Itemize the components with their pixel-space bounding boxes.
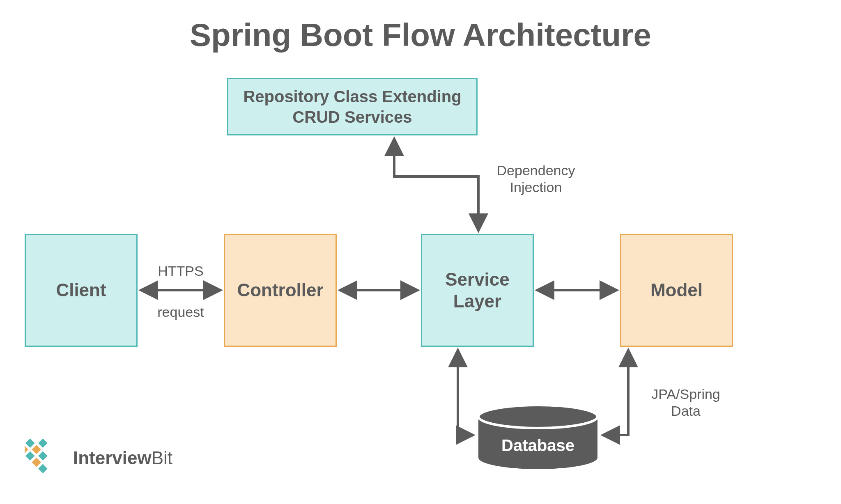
label-https: HTTPS [152, 263, 209, 279]
logo-brand-light: Bit [152, 448, 172, 468]
logo-brand-bold: Interview [73, 448, 152, 468]
svg-rect-8 [25, 451, 35, 460]
page-title: Spring Boot Flow Architecture [0, 16, 841, 54]
svg-rect-7 [38, 451, 48, 460]
label-dependency-injection: Dependency Injection [489, 162, 583, 196]
arrow-repo-service [394, 140, 478, 230]
svg-rect-10 [32, 458, 41, 467]
database-cylinder: Database [476, 404, 600, 470]
logo-icon [25, 437, 66, 479]
arrow-database-model [604, 351, 628, 435]
svg-rect-12 [38, 464, 48, 474]
svg-rect-5 [32, 445, 41, 454]
svg-rect-4 [38, 438, 48, 448]
label-request: request [152, 304, 209, 321]
logo: InterviewBit [25, 437, 172, 479]
arrow-service-database [458, 351, 472, 435]
box-repository: Repository Class Extending CRUD Services [227, 78, 478, 135]
label-jpa-spring-data: JPA/Spring Data [641, 386, 731, 419]
database-label: Database [476, 436, 600, 455]
box-model: Model [620, 234, 733, 347]
logo-text: InterviewBit [73, 448, 172, 468]
box-service-layer: Service Layer [421, 234, 534, 347]
svg-rect-9 [25, 445, 28, 454]
box-controller: Controller [224, 234, 337, 347]
svg-rect-6 [25, 438, 35, 448]
box-client: Client [25, 234, 138, 347]
